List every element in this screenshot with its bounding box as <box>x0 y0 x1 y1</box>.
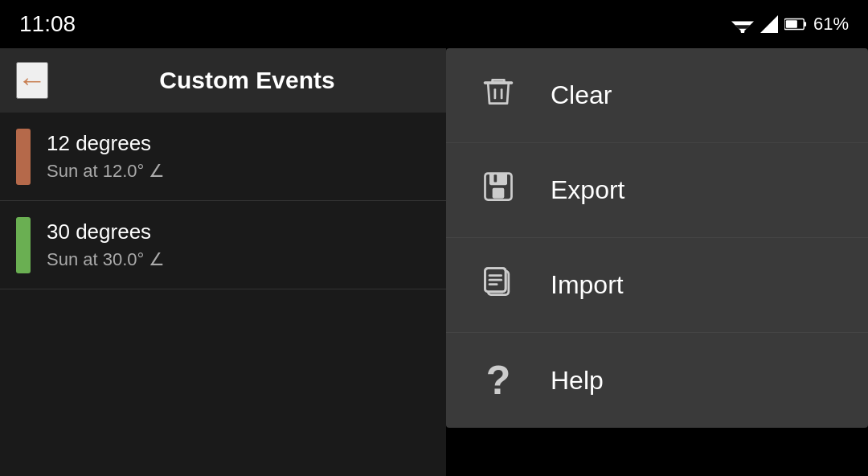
menu-item-import[interactable]: Import <box>446 238 868 333</box>
battery-percent: 61% <box>813 14 849 35</box>
help-icon: ? <box>478 357 518 404</box>
event-color-bar-2 <box>16 217 31 273</box>
event-title-1: 12 degrees <box>47 131 165 156</box>
event-item-1[interactable]: 12 degrees Sun at 12.0° ∠ <box>0 113 446 201</box>
event-subtitle-1: Sun at 12.0° ∠ <box>47 161 165 182</box>
status-bar: 11:08 61% <box>0 0 868 48</box>
svg-rect-12 <box>489 173 507 185</box>
event-info-1: 12 degrees Sun at 12.0° ∠ <box>47 131 165 182</box>
status-time: 11:08 <box>19 11 76 37</box>
menu-item-clear[interactable]: Clear <box>446 48 868 143</box>
trash-icon <box>478 74 518 117</box>
dropdown-menu: Clear Export Import ? <box>446 48 868 428</box>
svg-rect-6 <box>804 22 806 27</box>
menu-item-export[interactable]: Export <box>446 143 868 238</box>
svg-rect-13 <box>493 187 505 198</box>
events-list: 12 degrees Sun at 12.0° ∠ 30 degrees Sun… <box>0 113 446 476</box>
back-button[interactable]: ← <box>16 62 48 99</box>
svg-rect-8 <box>494 88 497 99</box>
status-icons: 61% <box>731 14 849 35</box>
svg-rect-14 <box>494 174 497 182</box>
menu-label-help: Help <box>551 366 604 396</box>
copy-icon <box>478 264 518 307</box>
event-title-2: 30 degrees <box>47 220 165 244</box>
event-color-bar-1 <box>16 129 31 185</box>
toolbar: ← Custom Events <box>0 48 446 113</box>
page-title: Custom Events <box>64 67 430 94</box>
wifi-icon <box>731 15 754 33</box>
svg-rect-7 <box>786 20 797 27</box>
event-info-2: 30 degrees Sun at 30.0° ∠ <box>47 220 165 270</box>
svg-marker-4 <box>760 15 778 33</box>
event-item-2[interactable]: 30 degrees Sun at 30.0° ∠ <box>0 201 446 289</box>
signal-icon <box>760 15 778 33</box>
svg-rect-9 <box>501 88 503 99</box>
menu-label-export: Export <box>551 175 624 205</box>
event-subtitle-2: Sun at 30.0° ∠ <box>47 249 165 270</box>
menu-item-help[interactable]: ? Help <box>446 333 868 428</box>
menu-label-clear: Clear <box>551 80 612 110</box>
menu-label-import: Import <box>551 270 624 300</box>
save-icon <box>478 169 518 212</box>
battery-icon <box>784 15 807 33</box>
